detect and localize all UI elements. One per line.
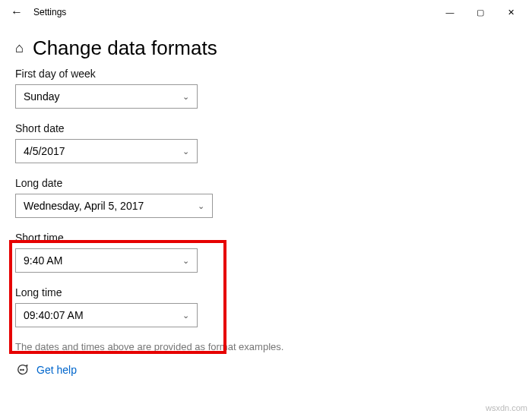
long-time-label: Long time [15,286,517,298]
first-day-field: First day of week Sunday ⌄ [15,68,517,109]
long-time-select[interactable]: 09:40:07 AM ⌄ [15,303,198,327]
short-time-field: Short time 9:40 AM ⌄ [15,232,517,273]
long-time-field: Long time 09:40:07 AM ⌄ [15,286,517,327]
close-icon: ✕ [508,8,515,17]
get-help-link[interactable]: Get help [36,364,77,376]
format-note: The dates and times above are provided a… [15,341,517,352]
maximize-button[interactable]: ▢ [465,2,496,23]
long-date-select[interactable]: Wednesday, April 5, 2017 ⌄ [15,194,213,218]
watermark-text: wsxdn.com [486,403,527,412]
home-icon[interactable]: ⌂ [15,40,24,56]
long-date-field: Long date Wednesday, April 5, 2017 ⌄ [15,177,517,218]
help-row: Get help [15,363,517,377]
long-time-value: 09:40:07 AM [24,309,84,321]
chevron-down-icon: ⌄ [182,311,189,321]
long-date-label: Long date [15,177,517,189]
page-header: ⌂ Change data formats [0,24,532,68]
chevron-down-icon: ⌄ [182,256,189,266]
short-time-value: 9:40 AM [24,254,62,267]
short-date-label: Short date [15,122,517,134]
title-bar: ← Settings — ▢ ✕ [0,0,532,24]
chevron-down-icon: ⌄ [182,147,189,156]
chevron-down-icon: ⌄ [182,92,189,102]
long-date-value: Wednesday, April 5, 2017 [24,200,144,212]
maximize-icon: ▢ [477,8,484,17]
short-time-label: Short time [15,232,517,244]
back-button[interactable]: ← [6,2,27,23]
back-arrow-icon: ← [11,5,23,19]
page-title: Change data formats [33,36,217,60]
chevron-down-icon: ⌄ [198,201,204,211]
first-day-select[interactable]: Sunday ⌄ [15,84,198,109]
first-day-value: Sunday [24,90,59,103]
chat-help-icon [15,363,29,377]
minimize-button[interactable]: — [435,2,465,23]
svg-point-1 [23,369,24,370]
short-date-select[interactable]: 4/5/2017 ⌄ [15,139,198,163]
short-date-field: Short date 4/5/2017 ⌄ [15,122,517,163]
first-day-label: First day of week [15,68,517,80]
short-date-value: 4/5/2017 [24,145,65,157]
short-time-select[interactable]: 9:40 AM ⌄ [15,248,198,273]
window-controls: — ▢ ✕ [435,2,526,23]
close-button[interactable]: ✕ [496,2,526,23]
minimize-icon: — [446,8,454,17]
window-title: Settings [33,7,66,17]
content: First day of week Sunday ⌄ Short date 4/… [0,68,532,377]
svg-point-0 [21,369,21,370]
